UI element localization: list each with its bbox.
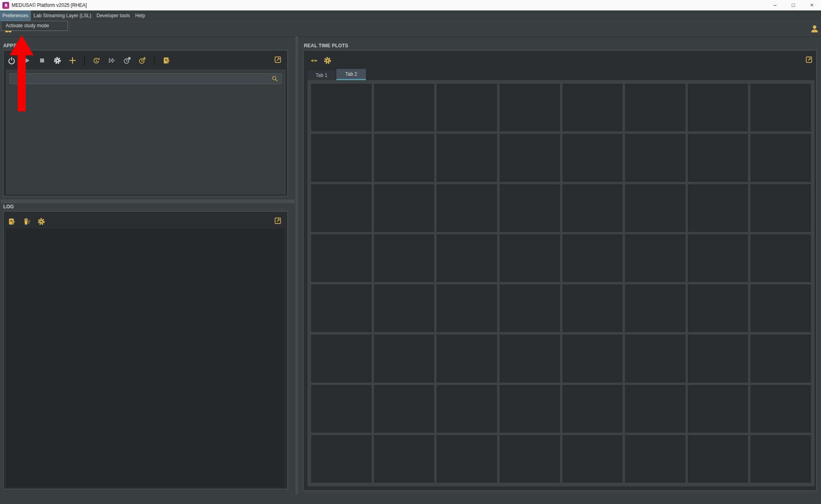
tab-1[interactable]: Tab 1 bbox=[307, 70, 336, 80]
plot-cell[interactable] bbox=[562, 335, 623, 382]
plot-cell[interactable] bbox=[374, 234, 435, 282]
plot-cell[interactable] bbox=[750, 335, 811, 382]
menu-item-lab-streaming-layer[interactable]: Lab Streaming Layer (LSL) bbox=[31, 10, 94, 21]
plot-cell[interactable] bbox=[499, 84, 560, 131]
plot-cell[interactable] bbox=[437, 385, 497, 433]
plot-cell[interactable] bbox=[688, 234, 748, 282]
plot-cell[interactable] bbox=[437, 84, 497, 131]
red-arrow-annotation bbox=[9, 35, 34, 112]
plot-cell[interactable] bbox=[311, 284, 372, 332]
plot-cell[interactable] bbox=[499, 385, 560, 433]
plot-cell[interactable] bbox=[688, 385, 748, 433]
user-account-icon[interactable] bbox=[810, 24, 819, 34]
clear-log-trash-icon[interactable] bbox=[22, 218, 30, 226]
plot-cell[interactable] bbox=[562, 84, 623, 131]
settings-gear-icon[interactable] bbox=[53, 56, 61, 65]
open-in-window-icon[interactable] bbox=[805, 56, 813, 64]
plot-cell[interactable] bbox=[688, 84, 748, 131]
session-settings-clock-icon[interactable] bbox=[123, 56, 131, 65]
session-add-clock-icon[interactable] bbox=[138, 56, 146, 65]
plot-cell[interactable] bbox=[374, 335, 435, 382]
plot-cell[interactable] bbox=[374, 134, 435, 181]
log-output-area bbox=[7, 229, 285, 487]
window-title: MEDUSA© Platform v2025 [RHEA] bbox=[12, 2, 87, 8]
notes-icon[interactable] bbox=[162, 56, 170, 65]
plot-cell[interactable] bbox=[437, 184, 497, 232]
plot-cell[interactable] bbox=[625, 184, 686, 232]
plot-cell[interactable] bbox=[499, 435, 560, 483]
plot-cell[interactable] bbox=[688, 335, 748, 382]
plot-cell[interactable] bbox=[437, 134, 497, 181]
plot-cell[interactable] bbox=[311, 234, 372, 282]
plot-cell[interactable] bbox=[750, 435, 811, 483]
plot-cell[interactable] bbox=[750, 284, 811, 332]
plot-cell[interactable] bbox=[750, 234, 811, 282]
plot-cell[interactable] bbox=[311, 84, 372, 131]
plot-cell[interactable] bbox=[562, 284, 623, 332]
plot-cell[interactable] bbox=[499, 134, 560, 181]
maximize-button[interactable]: □ bbox=[784, 0, 803, 10]
plot-cell[interactable] bbox=[311, 184, 372, 232]
plot-cell[interactable] bbox=[625, 284, 686, 332]
plot-cell[interactable] bbox=[625, 435, 686, 483]
menu-item-activate-study-mode[interactable]: Activate study mode bbox=[1, 21, 67, 30]
tab-2[interactable]: Tab 2 bbox=[336, 69, 366, 80]
plot-cell[interactable] bbox=[437, 234, 497, 282]
plot-cell[interactable] bbox=[499, 335, 560, 382]
plot-cell[interactable] bbox=[374, 84, 435, 131]
plot-cell[interactable] bbox=[499, 284, 560, 332]
plot-cell[interactable] bbox=[374, 284, 435, 332]
app-search-input[interactable] bbox=[10, 76, 271, 82]
plot-cell[interactable] bbox=[688, 284, 748, 332]
stop-icon[interactable] bbox=[38, 56, 46, 65]
plot-cell[interactable] bbox=[562, 435, 623, 483]
plot-cell[interactable] bbox=[562, 134, 623, 181]
settings-gear-icon[interactable] bbox=[324, 56, 332, 65]
plot-cell[interactable] bbox=[499, 184, 560, 232]
vertical-splitter[interactable] bbox=[295, 36, 298, 494]
plot-cell[interactable] bbox=[311, 335, 372, 382]
add-plus-icon[interactable] bbox=[69, 56, 77, 65]
plot-cell[interactable] bbox=[625, 234, 686, 282]
notes-icon[interactable] bbox=[8, 218, 16, 226]
plot-cell[interactable] bbox=[750, 385, 811, 433]
close-button[interactable]: × bbox=[803, 0, 821, 10]
plot-cell[interactable] bbox=[562, 184, 623, 232]
visibility-eye-icon[interactable] bbox=[310, 56, 318, 65]
plot-cell[interactable] bbox=[625, 84, 686, 131]
plot-cell[interactable] bbox=[437, 435, 497, 483]
toolbar-separator bbox=[154, 55, 155, 66]
minimize-button[interactable]: – bbox=[766, 0, 784, 10]
session-restart-clock-icon[interactable] bbox=[93, 56, 101, 65]
menu-item-preferences[interactable]: Preferences bbox=[0, 10, 31, 21]
menu-item-help[interactable]: Help bbox=[133, 10, 148, 21]
fast-forward-icon[interactable] bbox=[108, 56, 116, 65]
plot-cell[interactable] bbox=[374, 435, 435, 483]
plot-cell[interactable] bbox=[562, 385, 623, 433]
plot-cell[interactable] bbox=[750, 134, 811, 181]
plot-cell[interactable] bbox=[311, 435, 372, 483]
plot-cell[interactable] bbox=[374, 385, 435, 433]
plot-cell[interactable] bbox=[499, 234, 560, 282]
open-in-window-icon[interactable] bbox=[274, 217, 282, 225]
plot-cell[interactable] bbox=[437, 284, 497, 332]
horizontal-splitter[interactable] bbox=[1, 200, 295, 203]
plot-cell[interactable] bbox=[311, 385, 372, 433]
plot-cell[interactable] bbox=[750, 84, 811, 131]
open-in-window-icon[interactable] bbox=[274, 56, 282, 64]
menubar: Preferences Lab Streaming Layer (LSL) De… bbox=[0, 10, 821, 21]
plot-cell[interactable] bbox=[437, 335, 497, 382]
plot-cell[interactable] bbox=[625, 134, 686, 181]
plot-cell[interactable] bbox=[688, 435, 748, 483]
plot-cell[interactable] bbox=[311, 134, 372, 181]
plot-cell[interactable] bbox=[562, 234, 623, 282]
quick-access-toolbar bbox=[0, 21, 821, 37]
plot-cell[interactable] bbox=[688, 134, 748, 181]
menu-item-developer-tools[interactable]: Developer tools bbox=[94, 10, 132, 21]
plot-cell[interactable] bbox=[750, 184, 811, 232]
settings-gear-icon[interactable] bbox=[37, 218, 45, 226]
plot-cell[interactable] bbox=[625, 335, 686, 382]
plot-cell[interactable] bbox=[374, 184, 435, 232]
plot-cell[interactable] bbox=[688, 184, 748, 232]
plot-cell[interactable] bbox=[625, 385, 686, 433]
